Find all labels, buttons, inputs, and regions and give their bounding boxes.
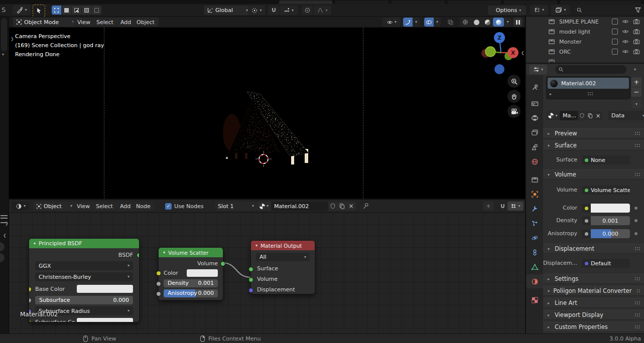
camera-visibility-icon[interactable] <box>633 28 640 35</box>
socket-displacement-input[interactable] <box>248 288 253 293</box>
socket-volume-input[interactable] <box>248 277 253 282</box>
panel-drag-grip[interactable] <box>634 313 641 317</box>
shading-solid-button[interactable] <box>471 18 482 27</box>
workspace-tab[interactable] <box>335 1 389 4</box>
eye-icon[interactable] <box>622 48 629 55</box>
pan-button[interactable] <box>507 90 521 103</box>
menu-object[interactable]: Object <box>133 18 159 27</box>
socket-base-color[interactable] <box>29 287 32 292</box>
overlays-dropdown[interactable]: ▾ <box>434 18 441 27</box>
socket-color[interactable] <box>156 271 161 276</box>
node-header[interactable]: ▾ Material Output <box>251 241 315 250</box>
xray-toggle[interactable] <box>446 18 455 27</box>
panel-drag-grip[interactable] <box>634 277 641 281</box>
panel-drag-grip[interactable] <box>634 173 641 177</box>
workspace-tab[interactable] <box>560 1 640 4</box>
gizmos-dropdown[interactable]: ▾ <box>413 18 420 27</box>
distribution-dropdown[interactable]: GGX▾ <box>35 261 133 270</box>
copy-material-button[interactable] <box>586 111 594 120</box>
select-mode-lasso-button[interactable] <box>82 6 91 15</box>
node-principled-bsdf[interactable]: ▾ Principled BSDF BSDF GGX▾ Christensen-… <box>29 238 140 322</box>
mode-dropdown[interactable]: Object Mode ▾ <box>13 18 77 27</box>
panel-preview[interactable]: ▸ Preview <box>543 128 644 138</box>
viewport-3d[interactable]: Object Mode ▾ View Select Add Object ▾ ▾… <box>9 17 525 199</box>
unlink-material-button[interactable]: × <box>594 111 602 120</box>
socket-bsdf-output[interactable] <box>137 253 140 258</box>
render-pause-button[interactable] <box>513 18 523 27</box>
transform-orientation-dropdown[interactable]: Global ▾ <box>204 6 251 15</box>
list-filter-toggle[interactable]: ▸ <box>550 92 554 96</box>
panel-drag-grip[interactable] <box>634 325 641 329</box>
select-mode-box-button[interactable] <box>62 6 71 15</box>
item-name[interactable]: Monster <box>559 39 582 45</box>
color-swatch[interactable] <box>187 269 218 277</box>
add-slot-button[interactable]: + <box>631 77 641 87</box>
go-to-parent-button[interactable] <box>483 202 494 211</box>
keyframe-dot[interactable] <box>634 207 637 210</box>
exclude-checkbox[interactable] <box>612 19 618 25</box>
menu-view[interactable]: View <box>73 202 94 211</box>
navigation-gizmo[interactable]: Z X <box>476 28 525 83</box>
editor-type-button[interactable]: ▾ <box>12 202 29 211</box>
pin-button[interactable] <box>362 203 369 210</box>
keyframe-dot[interactable] <box>634 232 637 235</box>
zoom-button[interactable] <box>507 75 521 88</box>
tab-object[interactable] <box>526 187 543 201</box>
options-dropdown[interactable]: Options ▾ <box>488 6 529 15</box>
view-object-types-dropdown[interactable]: ▾ <box>382 18 401 27</box>
material-name-field[interactable]: Material.002 <box>271 202 334 211</box>
tab-texture[interactable] <box>526 293 543 307</box>
camera-visibility-icon[interactable] <box>633 48 640 55</box>
tab-particles[interactable] <box>526 216 543 230</box>
tab-constraints[interactable] <box>526 245 543 259</box>
tab-tool[interactable] <box>526 80 543 94</box>
fake-user-button[interactable] <box>578 111 586 120</box>
remove-slot-button[interactable]: − <box>631 87 641 97</box>
collapse-icon[interactable]: ▾ <box>34 242 36 246</box>
surface-value-dropdown[interactable]: None <box>582 155 630 164</box>
fake-user-button[interactable] <box>328 202 337 211</box>
link-mode-dropdown[interactable]: Data ▾ <box>608 111 644 120</box>
menu-node[interactable]: Node <box>132 202 155 211</box>
expand-right-icon[interactable]: ❯ <box>5 221 9 226</box>
list-resize-grip[interactable] <box>587 92 594 96</box>
panel-poliigon-converter[interactable]: ▾ Poliigon Material Converter <box>543 286 644 296</box>
snap-toggle-button[interactable] <box>268 6 279 15</box>
active-tool-button[interactable] <box>33 5 45 17</box>
exclude-checkbox[interactable] <box>612 39 618 45</box>
exclude-checkbox[interactable] <box>612 49 618 55</box>
menu-select[interactable]: Select <box>92 18 117 27</box>
item-name[interactable]: model light <box>559 29 590 35</box>
panel-volume[interactable]: ▾ Volume <box>543 169 644 180</box>
camera-view-button[interactable] <box>507 105 521 118</box>
slot-specials-button[interactable]: ▾ <box>631 100 641 108</box>
collapse-left-icon[interactable]: ❮ <box>3 233 7 238</box>
gizmos-toggle[interactable] <box>403 18 413 27</box>
node-snap-toggle[interactable] <box>498 202 507 211</box>
outliner-row-monster[interactable]: Monster <box>526 37 644 47</box>
base-color-swatch[interactable] <box>77 285 133 293</box>
properties-options-icon[interactable]: ▾ <box>634 68 636 72</box>
outliner-row-simple-plane[interactable]: SIMPLE PLANE <box>526 17 644 27</box>
collapse-icon[interactable]: ▾ <box>255 244 257 248</box>
tab-output[interactable] <box>526 111 543 125</box>
panel-drag-grip[interactable] <box>634 131 641 135</box>
subsurface-method-dropdown[interactable]: Christensen-Burley▾ <box>35 272 133 281</box>
node-material-output[interactable]: ▾ Material Output All▾ Surface Volume Di… <box>250 240 315 294</box>
workspace-tab[interactable] <box>504 1 557 4</box>
sidebar-collapse-icon[interactable]: ❮ <box>521 51 525 55</box>
displacement-value-dropdown[interactable]: Default <box>582 259 630 268</box>
panel-drag-grip[interactable] <box>636 289 641 293</box>
anisotropy-slider[interactable]: Anisotropy0.000 <box>164 289 218 297</box>
select-mode-extend-button[interactable] <box>92 6 101 15</box>
camera-visibility-icon[interactable] <box>633 18 640 25</box>
workspace-tab[interactable] <box>448 1 501 4</box>
menu-view[interactable]: View <box>73 18 94 27</box>
properties-search-input[interactable] <box>555 65 626 74</box>
material-browse-button[interactable]: ▾ <box>546 111 560 120</box>
socket-anisotropy[interactable] <box>156 291 161 296</box>
checkbox[interactable]: ✓ <box>165 203 172 210</box>
select-mode-tweak-button[interactable] <box>52 6 61 15</box>
outliner-search-input[interactable] <box>573 6 638 15</box>
node-snap-target-dropdown[interactable]: ▾ <box>507 202 524 211</box>
